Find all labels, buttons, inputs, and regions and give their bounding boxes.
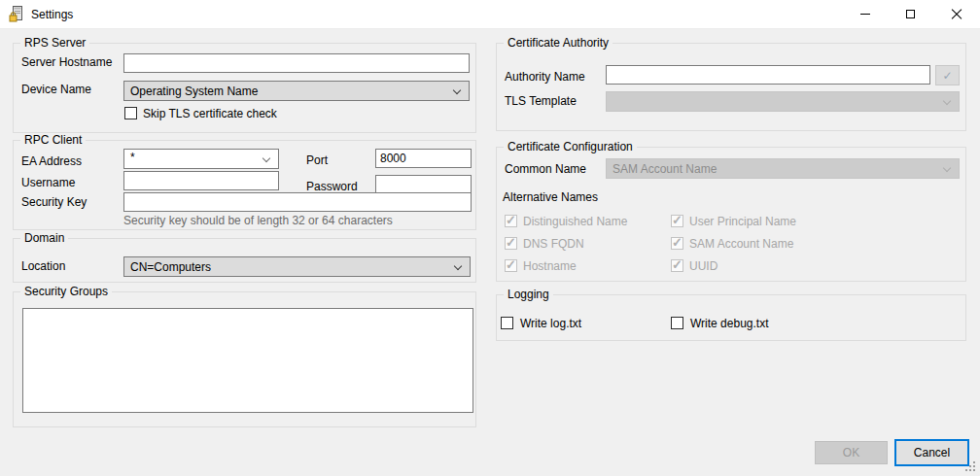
chevron-down-icon [454,262,462,270]
password-label: Password [306,180,358,193]
alt-name-label-distinguished-name: Distinguished Name [523,215,627,228]
alt-name-checkbox-user-principal-name: ✓ [671,215,683,227]
group-title-domain: Domain [20,231,68,245]
location-value: CN=Computers [130,260,211,274]
group-title-security-groups: Security Groups [20,285,112,298]
group-title-logging: Logging [504,288,553,301]
alt-name-label-hostname: Hostname [523,259,577,273]
alt-name-checkbox-dns-fqdn: ✓ [505,237,517,250]
group-title-rpc-client: RPC Client [20,133,86,147]
device-name-label: Device Name [21,83,91,96]
alternative-names-label: Alternative Names [503,190,598,204]
username-input[interactable] [123,171,279,190]
chevron-down-icon [453,86,461,94]
check-icon: ✓ [942,69,952,83]
ea-address-dropdown[interactable]: * [123,149,279,169]
check-icon: ✓ [506,235,516,250]
close-icon [951,9,962,20]
port-label: Port [306,153,328,167]
titlebar: Settings [0,0,980,29]
check-icon: ✓ [506,213,516,227]
ok-button: OK [815,441,888,464]
maximize-icon [906,10,915,18]
chevron-down-icon [262,154,270,162]
alt-name-checkbox-distinguished-name: ✓ [505,215,517,227]
server-hostname-input[interactable] [123,53,470,73]
port-input[interactable] [375,149,472,168]
tls-template-label: TLS Template [505,94,577,108]
alt-name-checkbox-hostname: ✓ [505,259,517,272]
window-title: Settings [31,8,73,21]
common-name-label: Common Name [505,162,586,176]
location-label: Location [21,259,65,273]
server-lock-icon [8,6,25,23]
maximize-button[interactable] [888,0,932,28]
group-certificate-authority: Certificate Authority [496,43,966,131]
security-key-hint: Security key should be of length 32 or 6… [123,214,393,227]
common-name-value: SAM Account Name [612,162,717,176]
security-groups-listbox[interactable] [22,308,473,413]
group-title-certificate-configuration: Certificate Configuration [504,140,637,153]
ea-address-label: EA Address [21,154,82,168]
write-debug-label: Write debug.txt [690,317,768,330]
chevron-down-icon [943,97,951,105]
resize-grip[interactable] [965,461,977,473]
group-title-certificate-authority: Certificate Authority [504,36,612,50]
minimize-icon [860,14,870,15]
check-icon: ✓ [672,257,682,272]
authority-name-label: Authority Name [505,70,585,84]
alt-name-checkbox-sam-account-name: ✓ [671,237,683,250]
device-name-value: Operating System Name [130,85,258,98]
device-name-dropdown[interactable]: Operating System Name [123,81,470,101]
cancel-button[interactable]: Cancel [894,439,969,466]
group-title-rps-server: RPS Server [20,36,89,50]
common-name-dropdown: SAM Account Name [606,158,960,179]
tls-template-dropdown [606,91,960,112]
username-label: Username [21,176,75,189]
write-log-label: Write log.txt [520,317,581,330]
alt-name-label-user-principal-name: User Principal Name [689,215,796,228]
security-key-label: Security Key [21,195,87,209]
skip-tls-checkbox[interactable] [124,107,137,119]
skip-tls-label: Skip TLS certificate check [143,107,277,120]
alt-name-label-dns-fqdn: DNS FQDN [523,237,584,251]
close-button[interactable] [932,0,980,28]
ea-address-value: * [130,151,135,164]
authority-name-input[interactable] [606,65,930,85]
verify-authority-button: ✓ [935,65,960,85]
location-dropdown[interactable]: CN=Computers [123,256,471,277]
write-log-checkbox[interactable] [501,317,513,329]
server-hostname-label: Server Hostname [21,55,112,69]
chevron-down-icon [943,164,951,172]
check-icon: ✓ [672,235,682,250]
security-key-input[interactable] [123,192,472,212]
alt-name-checkbox-uuid: ✓ [671,259,683,272]
write-debug-checkbox[interactable] [671,317,683,329]
alt-name-label-sam-account-name: SAM Account Name [689,237,793,251]
alt-name-label-uuid: UUID [689,259,718,273]
minimize-button[interactable] [843,0,888,28]
password-input[interactable] [375,175,472,194]
check-icon: ✓ [506,257,516,272]
check-icon: ✓ [672,213,682,227]
